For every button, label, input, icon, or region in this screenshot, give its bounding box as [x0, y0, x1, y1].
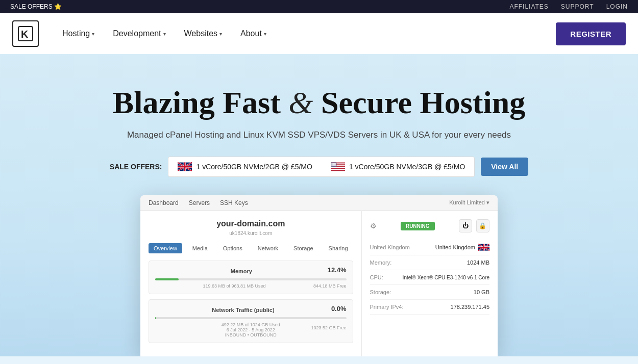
server-status-badge: RUNNING	[401, 222, 435, 230]
tab-overview[interactable]: Overview	[149, 243, 182, 253]
server-location-value: United Kingdom	[435, 244, 489, 251]
dashboard-right-panel: ⚙ RUNNING ⏻ 🔒 United Kingdom United King…	[362, 211, 498, 356]
power-button[interactable]: ⏻	[459, 219, 472, 232]
support-link[interactable]: SUPPORT	[561, 3, 594, 10]
uk-offer[interactable]: 1 vCore/50GB NVMe/2GB @ £5/MO	[168, 157, 321, 177]
dash-account[interactable]: Kuroilt Limited ▾	[449, 199, 489, 206]
nav-links: Hosting ▾ Development ▾ Websites ▾ About…	[55, 25, 556, 42]
tab-options[interactable]: Options	[218, 243, 248, 253]
svg-point-18	[332, 165, 333, 166]
svg-point-9	[331, 163, 332, 164]
memory-stat-title: Memory 12.4%	[155, 266, 347, 275]
svg-point-12	[334, 163, 335, 164]
svg-point-19	[333, 165, 334, 166]
server-memory-row: Memory: 1024 MB	[370, 255, 489, 270]
server-url: uk1824.kuroilt.com	[149, 230, 353, 236]
hero-heading: Blazing Fast & Secure Hosting	[10, 85, 628, 121]
svg-point-11	[333, 163, 334, 164]
server-location-row: United Kingdom United Kingdom	[370, 240, 489, 255]
affiliates-link[interactable]: AFFILIATES	[509, 3, 548, 10]
nav-item-hosting[interactable]: Hosting ▾	[55, 25, 102, 42]
uk-flag-icon	[178, 162, 192, 171]
register-button[interactable]: REGISTER	[556, 22, 626, 45]
power-controls: ⏻ 🔒	[459, 219, 489, 232]
nav-item-websites[interactable]: Websites ▾	[177, 25, 230, 42]
top-bar: SALE OFFERS ⭐ AFFILIATES SUPPORT LOGIN	[0, 0, 638, 13]
svg-point-29	[335, 166, 336, 167]
hero-section: Blazing Fast & Secure Hosting Managed cP…	[0, 54, 638, 356]
svg-point-15	[333, 164, 334, 165]
svg-point-25	[333, 166, 333, 167]
logo[interactable]: K	[12, 20, 39, 47]
svg-point-14	[332, 164, 333, 165]
top-bar-left: SALE OFFERS ⭐	[10, 3, 62, 10]
svg-point-21	[335, 163, 336, 164]
svg-rect-6	[331, 167, 345, 168]
svg-point-26	[334, 166, 334, 167]
top-bar-right: AFFILIATES SUPPORT LOGIN	[509, 3, 628, 10]
hero-subtitle: Managed cPanel Hosting and Linux KVM SSD…	[10, 130, 628, 140]
svg-point-24	[332, 166, 332, 167]
dashboard-left-panel: your-domain.com uk1824.kuroilt.com Overv…	[140, 211, 362, 356]
server-ipv4-row: Primary IPv4: 178.239.171.45	[370, 300, 489, 315]
svg-point-17	[331, 165, 332, 166]
tab-media[interactable]: Media	[187, 243, 213, 253]
login-link[interactable]: LOGIN	[606, 3, 628, 10]
us-flag-icon	[331, 162, 345, 171]
tab-storage[interactable]: Storage	[288, 243, 318, 253]
sale-bar: SALE OFFERS: 1 vCore/50GB NVMe/2GB @ £5/…	[10, 157, 628, 177]
logo-icon: K	[17, 25, 34, 42]
network-stat-details: 492.22 MB of 1024 GB Used 6 Jul 2022 - 5…	[155, 322, 347, 337]
memory-stat-details: 119.63 MB of 963.81 MB Used 844.18 MB Fr…	[155, 283, 347, 289]
dash-nav-dashboard[interactable]: Dashboard	[149, 199, 179, 206]
network-stat-card: Network Traffic (public) 0.0% 492.22 MB …	[149, 299, 353, 343]
svg-point-23	[335, 165, 336, 166]
server-uk-flag-icon	[478, 244, 489, 251]
memory-stat-card: Memory 12.4% 119.63 MB of 963.81 MB Used…	[149, 261, 353, 294]
dashboard-topbar: Dashboard Servers SSH Keys Kuroilt Limit…	[140, 195, 498, 211]
dashboard-preview: Dashboard Servers SSH Keys Kuroilt Limit…	[140, 195, 498, 356]
tab-network[interactable]: Network	[253, 243, 283, 253]
chevron-down-icon: ▾	[219, 31, 222, 37]
svg-point-16	[334, 164, 335, 165]
tab-sharing[interactable]: Sharing	[324, 243, 353, 253]
dash-nav-ssh[interactable]: SSH Keys	[220, 199, 248, 206]
memory-bar-bg	[155, 278, 347, 280]
dashboard-content: your-domain.com uk1824.kuroilt.com Overv…	[140, 211, 498, 356]
server-cpu-row: CPU: Intel® Xeon® CPU E3-1240 v6 1 Core	[370, 270, 489, 285]
dash-nav-servers[interactable]: Servers	[189, 199, 210, 206]
sale-bar-label: SALE OFFERS:	[110, 163, 162, 171]
us-offer[interactable]: 1 vCore/50GB NVMe/3GB @ £5/MO	[322, 157, 475, 177]
server-status-header: ⚙ RUNNING ⏻ 🔒	[370, 219, 489, 232]
sale-offer-label: SALE OFFERS ⭐	[10, 3, 62, 10]
server-storage-row: Storage: 10 GB	[370, 285, 489, 300]
svg-point-28	[331, 166, 331, 167]
view-all-button[interactable]: View All	[481, 158, 528, 176]
chevron-down-icon: ▾	[264, 31, 266, 37]
svg-point-22	[335, 164, 336, 165]
dashboard-tabs: Overview Media Options Network Storage S…	[149, 243, 353, 253]
memory-bar-fill	[155, 278, 179, 280]
server-domain: your-domain.com	[149, 219, 353, 228]
network-stat-header: Network Traffic (public) 0.0%	[155, 305, 347, 314]
lock-button[interactable]: 🔒	[476, 219, 489, 232]
chevron-down-icon: ▾	[163, 31, 166, 37]
chevron-down-icon: ▾	[92, 31, 94, 37]
navbar: K Hosting ▾ Development ▾ Websites ▾ Abo…	[0, 13, 638, 54]
svg-rect-7	[331, 169, 345, 170]
svg-text:K: K	[21, 29, 29, 40]
settings-icon[interactable]: ⚙	[370, 222, 377, 230]
nav-item-development[interactable]: Development ▾	[106, 25, 173, 42]
nav-item-about[interactable]: About ▾	[233, 25, 274, 42]
svg-point-27	[335, 166, 335, 167]
ampersand: &	[288, 85, 321, 120]
network-bar-bg	[155, 317, 347, 319]
svg-point-13	[331, 164, 332, 165]
svg-point-20	[334, 165, 335, 166]
svg-point-10	[332, 163, 333, 164]
